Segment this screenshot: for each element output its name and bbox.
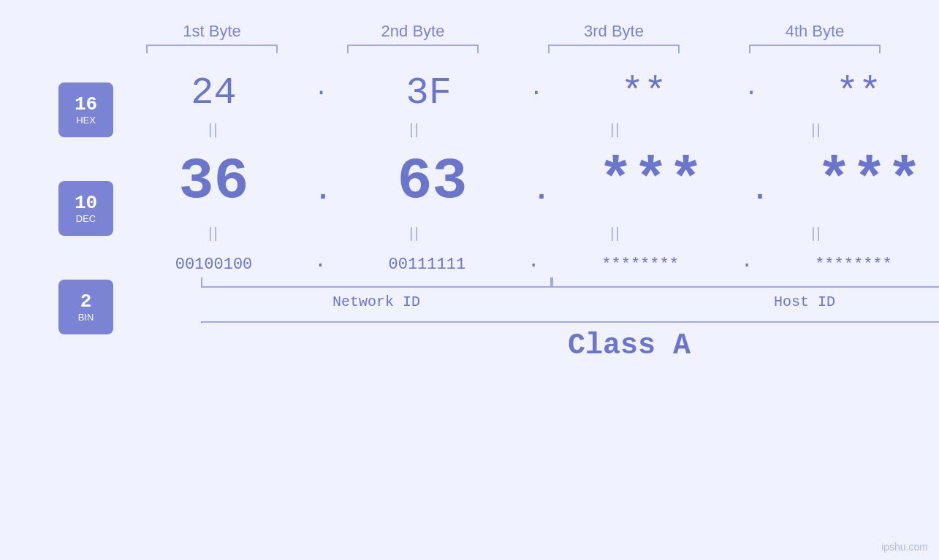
top-brackets [102, 45, 924, 53]
dec-dot-2: . [533, 174, 550, 222]
hex-value-4: ** [836, 61, 881, 118]
dec-row: 36 . 63 . *** . *** [113, 141, 939, 222]
rows-area: 24 . 3F . ** . ** || || || || [113, 61, 939, 362]
bin-dot-1: . [314, 250, 327, 272]
bin-badge-number: 2 [80, 291, 92, 312]
dec-value-3: *** [598, 141, 704, 222]
byte-header-3: 3rd Byte [514, 22, 715, 41]
dec-badge-number: 10 [75, 193, 97, 214]
host-bracket [552, 277, 939, 288]
network-bracket [201, 277, 552, 288]
eq2-sign-2: || [409, 225, 419, 242]
hex-value-2: 3F [406, 61, 451, 118]
eq1-cell-2: || [314, 118, 515, 141]
byte-header-1: 1st Byte [112, 22, 313, 41]
host-id-label: Host ID [552, 294, 939, 310]
bracket-2 [313, 45, 514, 53]
dec-badge: 10 DEC [58, 181, 113, 236]
hex-value-3: ** [621, 61, 666, 118]
content-area: 16 HEX 10 DEC 2 BIN 24 . 3F [58, 61, 881, 362]
eq1-cell-4: || [716, 118, 917, 141]
dec-value-1: 36 [178, 141, 248, 222]
byte-header-4: 4th Byte [715, 22, 916, 41]
hex-row: 24 . 3F . ** . ** [113, 61, 939, 118]
equals-row-1: || || || || [113, 118, 939, 141]
eq1-sign-1: || [208, 121, 218, 138]
bottom-area: Network ID Host ID [201, 277, 939, 310]
dec-cell-3: *** [550, 141, 751, 222]
byte-headers: 1st Byte 2nd Byte 3rd Byte 4th Byte [102, 0, 924, 41]
watermark: ipshu.com [881, 541, 928, 553]
bracket-1 [112, 45, 313, 53]
eq2-sign-1: || [208, 225, 218, 242]
dec-badge-label: DEC [76, 213, 96, 224]
eq1-sign-2: || [409, 121, 419, 138]
hex-cell-2: 3F [328, 61, 529, 118]
hex-cell-3: ** [543, 61, 744, 118]
hex-value-1: 24 [191, 61, 236, 118]
bottom-labels: Network ID Host ID [201, 288, 939, 310]
class-bar: Class A [201, 321, 939, 362]
bottom-brackets [201, 277, 939, 288]
bin-cell-2: 00111111 [327, 245, 528, 277]
eq1-cell-3: || [515, 118, 716, 141]
dec-value-2: 63 [398, 141, 468, 222]
byte-header-2: 2nd Byte [313, 22, 514, 41]
bin-badge-label: BIN [78, 312, 94, 323]
equals-row-2: || || || || [113, 222, 939, 245]
eq2-cell-4: || [716, 222, 917, 245]
dec-cell-4: *** [769, 141, 939, 222]
eq2-sign-3: || [610, 225, 620, 242]
hex-cell-1: 24 [113, 61, 314, 118]
bracket-4 [715, 45, 916, 53]
dec-value-4: *** [817, 141, 922, 222]
dec-cell-1: 36 [113, 141, 314, 222]
hex-badge-label: HEX [76, 115, 96, 126]
hex-badge-number: 16 [75, 94, 97, 115]
main-container: 1st Byte 2nd Byte 3rd Byte 4th Byte 16 H… [0, 0, 939, 560]
eq2-cell-1: || [113, 222, 314, 245]
bin-badge: 2 BIN [58, 280, 113, 334]
dec-dot-3: . [751, 174, 769, 222]
eq2-cell-3: || [515, 222, 716, 245]
bin-value-3: ******** [601, 245, 679, 277]
hex-cell-4: ** [759, 61, 939, 118]
network-id-label: Network ID [201, 294, 552, 310]
eq1-sign-4: || [811, 121, 821, 138]
bin-value-2: 00111111 [389, 245, 466, 277]
bin-dot-2: . [528, 250, 540, 272]
hex-dot-2: . [529, 74, 543, 105]
bin-row: 00100100 . 00111111 . ******** . *******… [113, 245, 939, 277]
eq1-sign-3: || [610, 121, 620, 138]
eq2-sign-4: || [811, 225, 821, 242]
bin-value-1: 00100100 [175, 245, 253, 277]
dec-cell-2: 63 [332, 141, 533, 222]
bin-cell-3: ******** [540, 245, 741, 277]
bracket-3 [514, 45, 715, 53]
badges-column: 16 HEX 10 DEC 2 BIN [58, 61, 113, 334]
eq2-cell-2: || [314, 222, 515, 245]
hex-dot-1: . [314, 74, 328, 105]
eq1-cell-1: || [113, 118, 314, 141]
bin-dot-3: . [741, 250, 753, 272]
bin-value-4: ******** [815, 245, 892, 277]
hex-dot-3: . [744, 74, 758, 105]
hex-badge: 16 HEX [58, 83, 113, 137]
bin-cell-4: ******** [753, 245, 939, 277]
bin-cell-1: 00100100 [113, 245, 314, 277]
class-label: Class A [201, 323, 939, 362]
dec-dot-1: . [314, 174, 332, 222]
